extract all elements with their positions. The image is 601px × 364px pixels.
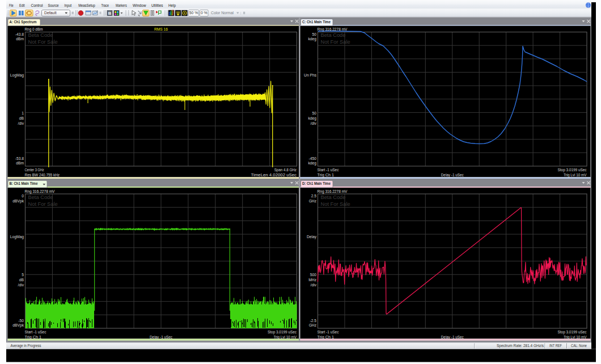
- svg-text:/div: /div: [18, 121, 24, 125]
- svg-text:B: Ch1 Main Time: B: Ch1 Main Time: [10, 181, 38, 185]
- svg-text:Center 3 GHz: Center 3 GHz: [25, 168, 45, 172]
- svg-text:Trig Ch 1: Trig Ch 1: [25, 335, 42, 340]
- svg-text:MHz: MHz: [308, 278, 316, 282]
- svg-text:Average in Progress: Average in Progress: [11, 344, 42, 348]
- svg-text:RMS 16: RMS 16: [154, 27, 168, 31]
- svg-text:-450: -450: [309, 156, 317, 160]
- svg-text:Start -1 uSec: Start -1 uSec: [318, 168, 340, 172]
- svg-text:dBVpk: dBVpk: [12, 323, 24, 328]
- svg-text:kdeg: kdeg: [308, 116, 316, 121]
- svg-text:Trace: Trace: [101, 3, 109, 7]
- svg-text:Stop 3.0199 uSec: Stop 3.0199 uSec: [268, 330, 297, 335]
- svg-text:/div: /div: [18, 283, 24, 287]
- svg-text:Delay -1 uSec: Delay -1 uSec: [441, 335, 464, 340]
- svg-text:Start -1 uSec: Start -1 uSec: [318, 330, 340, 334]
- svg-text:Delay: Delay: [307, 235, 317, 239]
- svg-text:Help: Help: [168, 3, 176, 8]
- svg-text:dB: dB: [19, 278, 24, 282]
- svg-text:Beta Code: Beta Code: [28, 194, 53, 200]
- svg-text:Trig Lvl 10 mV: Trig Lvl 10 mV: [564, 335, 587, 340]
- svg-text:dBm: dBm: [16, 161, 24, 165]
- svg-text:5: 5: [22, 273, 24, 277]
- svg-text:-53.8: -53.8: [15, 156, 24, 160]
- svg-text:-2.5: -2.5: [310, 319, 316, 323]
- svg-text:Delay -1 uSec: Delay -1 uSec: [441, 173, 464, 177]
- svg-text:Not For Sale: Not For Sale: [321, 201, 350, 207]
- svg-text:Default: Default: [44, 11, 57, 15]
- svg-text:B: B: [108, 11, 112, 16]
- svg-text:Not For Sale: Not For Sale: [321, 39, 350, 45]
- svg-text:-43.8: -43.8: [15, 32, 24, 36]
- svg-text:Spectrum Rate: 281.4 GHz/s: Spectrum Rate: 281.4 GHz/s: [497, 344, 544, 348]
- svg-text:GHz: GHz: [309, 199, 317, 203]
- svg-text:Markers: Markers: [116, 3, 127, 7]
- svg-text:/div: /div: [311, 121, 317, 125]
- svg-text:INT REF: INT REF: [549, 344, 562, 348]
- svg-text:Beta Code: Beta Code: [321, 194, 346, 200]
- svg-text:kdeg: kdeg: [308, 161, 316, 166]
- svg-text:Delay -1 uSec: Delay -1 uSec: [150, 335, 173, 340]
- svg-text:Window: Window: [133, 3, 146, 7]
- svg-text:Rng 0 dBm: Rng 0 dBm: [25, 27, 43, 32]
- svg-text:50: 50: [312, 111, 317, 115]
- svg-text:A: Ch1 Spectrum: A: Ch1 Spectrum: [10, 20, 37, 24]
- svg-text:TimeLen 4.02002 uSec: TimeLen 4.02002 uSec: [251, 173, 297, 177]
- svg-text:Not For Sale: Not For Sale: [28, 201, 58, 207]
- svg-text:Beta Code: Beta Code: [321, 32, 346, 38]
- svg-text:Not For Sale: Not For Sale: [28, 39, 58, 45]
- svg-text:D: Ch1 Main Time: D: Ch1 Main Time: [302, 181, 331, 185]
- svg-text:Utilities: Utilities: [151, 3, 163, 7]
- svg-text:-50: -50: [18, 319, 24, 323]
- svg-text:Control: Control: [31, 3, 43, 7]
- svg-text:500: 500: [310, 273, 316, 277]
- svg-text:C: Ch1 Main Time: C: Ch1 Main Time: [302, 20, 331, 24]
- svg-text:/div: /div: [311, 283, 317, 287]
- svg-text:Trig Lvl 10 mV: Trig Lvl 10 mV: [273, 335, 297, 340]
- svg-text:Color Normal: Color Normal: [211, 11, 234, 15]
- svg-text:50: 50: [312, 32, 317, 36]
- svg-text:Stop 3.0199 uSec: Stop 3.0199 uSec: [558, 330, 587, 335]
- svg-text:kdeg: kdeg: [308, 37, 316, 41]
- svg-text:LogMag: LogMag: [10, 235, 24, 239]
- svg-text:Trig Ch 1: Trig Ch 1: [318, 335, 335, 340]
- svg-text:Beta Code: Beta Code: [28, 32, 53, 38]
- svg-text:Edit: Edit: [19, 3, 25, 7]
- svg-text:Input: Input: [64, 3, 71, 8]
- svg-text:0: 0: [22, 194, 24, 198]
- svg-text:Start -1 uSec: Start -1 uSec: [25, 330, 47, 334]
- svg-text:0 %: 0 %: [201, 11, 208, 15]
- svg-text:50 %: 50 %: [189, 11, 198, 15]
- svg-text:Trig Lvl 10 mV: Trig Lvl 10 mV: [564, 173, 587, 177]
- svg-text:dBm: dBm: [16, 37, 24, 41]
- svg-text:dBVpk: dBVpk: [12, 199, 24, 204]
- svg-text:2.5: 2.5: [311, 194, 317, 198]
- svg-text:File: File: [9, 3, 14, 7]
- svg-text:Rng 316.2278 mV: Rng 316.2278 mV: [25, 189, 56, 194]
- svg-text:Un Phs: Un Phs: [304, 73, 317, 77]
- svg-text:Res BW 240.755 kHz: Res BW 240.755 kHz: [25, 173, 60, 177]
- svg-text:1: 1: [22, 111, 24, 115]
- svg-text:LogMag: LogMag: [10, 73, 24, 78]
- svg-text:Source: Source: [48, 3, 59, 7]
- svg-text:CAL: None: CAL: None: [571, 344, 587, 348]
- svg-text:Rng 316.2278 mV: Rng 316.2278 mV: [318, 189, 348, 194]
- svg-text:dB: dB: [19, 116, 24, 120]
- svg-text:MeasSetup: MeasSetup: [78, 3, 95, 8]
- svg-text:Stop 3.0199 uSec: Stop 3.0199 uSec: [558, 168, 587, 172]
- svg-text:Span 4.8 GHz: Span 4.8 GHz: [274, 168, 297, 172]
- svg-text:GHz: GHz: [309, 323, 317, 327]
- svg-text:Trig Ch 1: Trig Ch 1: [318, 173, 335, 177]
